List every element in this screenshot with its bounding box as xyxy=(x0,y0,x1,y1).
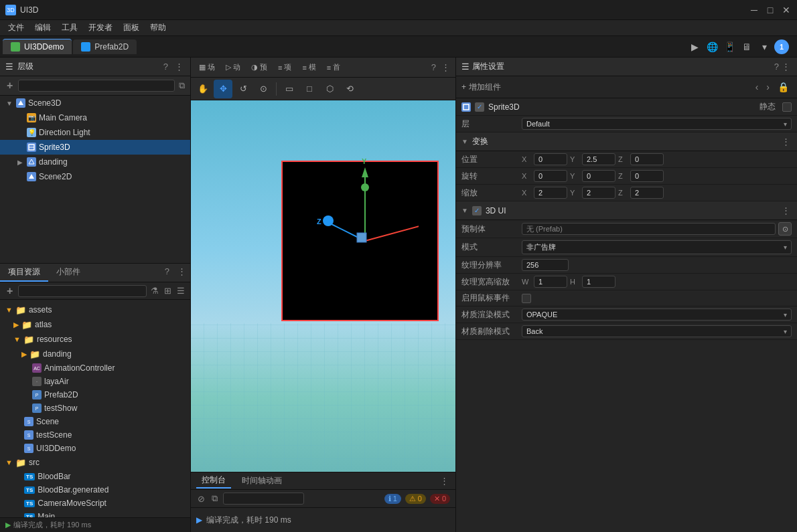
assets-add-button[interactable]: + xyxy=(4,285,15,297)
file-ui3ddemo[interactable]: S UI3DDemo xyxy=(3,442,188,455)
assets-list-view[interactable]: ☰ xyxy=(175,284,186,297)
arrow-scene3d[interactable]: ▼ xyxy=(5,100,13,107)
tree-item-scene2d[interactable]: ▶ Scene2D xyxy=(0,169,190,184)
nav-prev[interactable]: ‹ xyxy=(753,80,762,94)
tool-box[interactable]: □ xyxy=(300,80,319,98)
section-3dui-menu[interactable]: ⋮ xyxy=(780,204,792,217)
section-transform-menu[interactable]: ⋮ xyxy=(780,135,792,148)
notification-badge[interactable]: 1 xyxy=(774,39,789,54)
file-prefab2d[interactable]: P Prefab2D xyxy=(3,388,188,402)
rot-x-input[interactable] xyxy=(534,170,567,182)
file-main[interactable]: TS Main xyxy=(3,510,188,517)
tool-rect[interactable]: ▭ xyxy=(280,80,299,98)
tab-widgets[interactable]: 小部件 xyxy=(48,264,88,282)
tool-move[interactable]: ✥ xyxy=(214,80,232,98)
hierarchy-copy[interactable]: ⧉ xyxy=(177,79,186,92)
dropdown-button[interactable]: ▾ xyxy=(757,39,772,54)
props-help[interactable]: ? xyxy=(773,60,780,73)
menu-file[interactable]: 文件 xyxy=(3,21,29,35)
tree-item-maincam[interactable]: ▶ 📷 Main Camera xyxy=(0,110,190,125)
folder-resources[interactable]: ▼ 📁 resources xyxy=(3,332,188,347)
layer-dropdown[interactable]: Default ▾ xyxy=(522,118,792,130)
assets-filter[interactable]: ⚗ xyxy=(149,284,160,297)
hierarchy-add-button[interactable]: + xyxy=(4,80,15,92)
folder-assets[interactable]: ▼ 📁 assets xyxy=(3,302,188,317)
prefab-locate-button[interactable]: ⊙ xyxy=(778,222,792,236)
file-cameramovescript[interactable]: TS CameraMoveScript xyxy=(3,497,188,510)
scale-x-input[interactable] xyxy=(534,187,567,199)
matcullmode-dropdown[interactable]: Back ▾ xyxy=(522,325,792,337)
assets-help[interactable]: ? xyxy=(161,264,173,282)
toolbar-scene[interactable]: ▦ 场 xyxy=(195,61,219,74)
tool-reset[interactable]: ⟲ xyxy=(340,80,359,98)
nav-next[interactable]: › xyxy=(764,80,772,94)
console-menu[interactable]: ⋮ xyxy=(439,474,450,487)
tool-rotate[interactable]: ↺ xyxy=(234,80,252,98)
console-copy[interactable]: ⧉ xyxy=(210,492,219,505)
add-comp-button[interactable]: + 增加组件 xyxy=(461,82,501,93)
tool-hand[interactable]: ✋ xyxy=(194,80,212,98)
file-testshow[interactable]: P testShow xyxy=(3,402,188,415)
file-scene[interactable]: S Scene xyxy=(3,415,188,428)
matrendermode-dropdown[interactable]: OPAQUE ▾ xyxy=(522,308,792,321)
mobile-button[interactable]: 📱 xyxy=(722,39,737,54)
tab-ui3ddemo[interactable]: UI3DDemo xyxy=(3,39,72,54)
menu-tools[interactable]: 工具 xyxy=(56,21,83,35)
toolbar-project[interactable]: ≡ 项 xyxy=(274,61,295,74)
console-clear[interactable]: ⊘ xyxy=(196,493,206,505)
console-search-input[interactable] xyxy=(223,493,304,505)
file-animcontroller[interactable]: AC AnimationController xyxy=(3,361,188,375)
tex-w-input[interactable] xyxy=(534,276,567,288)
toolbar-model[interactable]: ≡ 模 xyxy=(298,61,319,74)
rot-y-input[interactable] xyxy=(582,170,615,182)
menu-help[interactable]: 帮助 xyxy=(145,21,171,35)
file-bloodbar[interactable]: TS BloodBar xyxy=(3,470,188,483)
pos-x-input[interactable] xyxy=(534,153,567,165)
tree-item-danding[interactable]: ▶ danding xyxy=(0,155,190,169)
tab-project-assets[interactable]: 项目资源 xyxy=(0,264,48,282)
tab-timeline[interactable]: 时间轴动画 xyxy=(236,474,287,488)
section-3dui-checkbox[interactable] xyxy=(472,206,482,215)
tree-item-dirlight[interactable]: ▶ 💡 Direction Light xyxy=(0,125,190,140)
tex-h-input[interactable] xyxy=(582,276,615,288)
comp-sprite3d-checkbox[interactable] xyxy=(475,102,484,112)
globe-button[interactable]: 🌐 xyxy=(705,39,719,54)
arrow-danding[interactable]: ▶ xyxy=(16,159,24,166)
monitor-button[interactable]: 🖥 xyxy=(739,39,754,54)
tab-console[interactable]: 控制台 xyxy=(196,473,231,489)
scene-menu[interactable]: ⋮ xyxy=(440,61,451,74)
texres-input[interactable] xyxy=(522,259,569,271)
rot-z-input[interactable] xyxy=(630,170,664,182)
file-testscene[interactable]: S testScene xyxy=(3,428,188,442)
mouseevent-checkbox[interactable] xyxy=(522,294,531,303)
assets-search-input[interactable] xyxy=(18,285,147,297)
file-bloodbar-gen[interactable]: TS BloodBar.generated xyxy=(3,483,188,497)
toolbar-home[interactable]: ≡ 首 xyxy=(323,61,344,74)
assets-grid-view[interactable]: ⊞ xyxy=(163,284,173,297)
lock-btn[interactable]: 🔒 xyxy=(775,80,792,94)
section-transform[interactable]: ▼ 变换 ⋮ xyxy=(456,132,797,151)
static-checkbox[interactable] xyxy=(782,102,792,112)
minimize-button[interactable]: ─ xyxy=(749,5,759,15)
close-button[interactable]: ✕ xyxy=(781,5,792,15)
menu-panel[interactable]: 面板 xyxy=(118,21,145,35)
hierarchy-help[interactable]: ? xyxy=(162,60,169,73)
menu-dev[interactable]: 开发者 xyxy=(83,21,118,35)
file-layaair[interactable]: · layaAir xyxy=(3,375,188,388)
play-button[interactable]: ▶ xyxy=(687,39,702,54)
scene-help[interactable]: ? xyxy=(430,61,437,74)
tree-item-sprite3d[interactable]: ▶ Sprite3D xyxy=(0,140,190,155)
pos-y-input[interactable] xyxy=(582,153,615,165)
scale-y-input[interactable] xyxy=(582,187,615,199)
tool-scale[interactable]: ⊙ xyxy=(254,80,273,98)
toolbar-preview[interactable]: ◑ 预 xyxy=(247,61,271,74)
scale-z-input[interactable] xyxy=(630,187,664,199)
tool-hex[interactable]: ⬡ xyxy=(320,80,339,98)
folder-danding-asset[interactable]: ▶ 📁 danding xyxy=(3,347,188,361)
assets-menu[interactable]: ⋮ xyxy=(173,264,190,282)
tree-item-scene3d[interactable]: ▼ Scene3D xyxy=(0,96,190,110)
hierarchy-menu[interactable]: ⋮ xyxy=(173,60,185,73)
mode-dropdown[interactable]: 非广告牌 ▾ xyxy=(522,240,792,254)
menu-edit[interactable]: 编辑 xyxy=(29,21,56,35)
folder-src[interactable]: ▼ 📁 src xyxy=(3,455,188,470)
